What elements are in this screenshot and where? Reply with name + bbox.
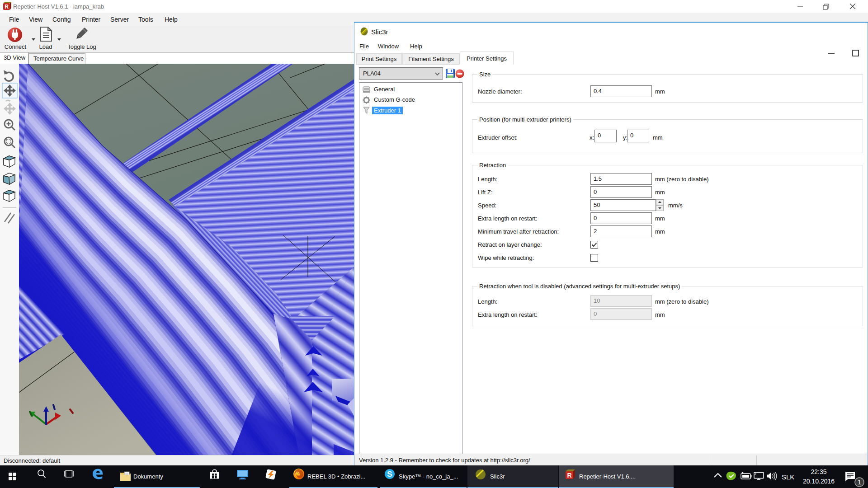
svg-text:R: R [567,472,571,479]
svg-text:S: S [387,470,392,479]
svg-text:R: R [5,4,9,10]
svg-text:1: 1 [858,479,861,486]
